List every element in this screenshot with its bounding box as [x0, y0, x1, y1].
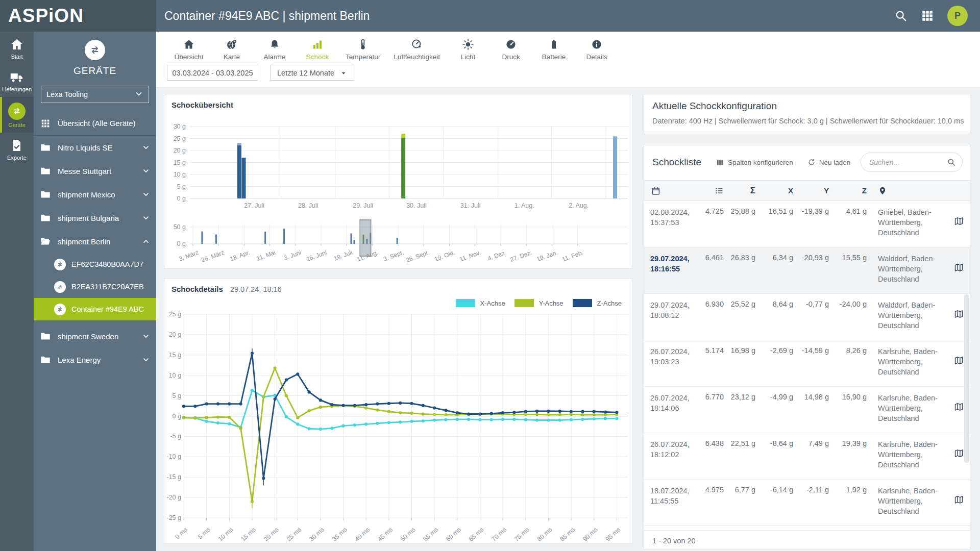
timeline-selection-window[interactable]	[360, 220, 371, 256]
shock-row-5[interactable]: 26.07.2024,18:12:026.43822,51 g-8,64 g7,…	[644, 433, 970, 480]
tab-details[interactable]: Details	[575, 32, 618, 69]
show-on-map-button[interactable]	[947, 486, 970, 525]
apps-grid-icon[interactable]	[921, 9, 934, 22]
grid9-icon	[921, 9, 934, 22]
caret-down-icon	[339, 69, 348, 77]
shock-row-3[interactable]: 26.07.2024,19:03:235.17416,98 g-2,69 g-1…	[644, 340, 970, 387]
shock-y: 14,98 g	[797, 393, 833, 433]
svg-text:25 ms: 25 ms	[285, 526, 303, 543]
shock-z: 8,26 g	[833, 346, 871, 386]
shock-duration: 6.438	[703, 439, 728, 479]
column-label: X	[788, 186, 793, 195]
rail-item-start[interactable]: Start	[0, 32, 34, 64]
tab-temperatur[interactable]: Temperatur	[339, 32, 387, 69]
shock-x: 8,64 g	[760, 300, 797, 340]
folder-open-icon	[40, 236, 51, 247]
sidebar-folder-5[interactable]: shipment Sweden	[34, 324, 156, 348]
shock-row-4[interactable]: 26.07.2024,18:14:066.77023,12 g-4,99 g14…	[644, 387, 970, 433]
avatar[interactable]: P	[947, 6, 968, 26]
shock-x: -4,99 g	[760, 393, 797, 433]
tab-label: Luftfeuchtigkeit	[394, 53, 440, 61]
device-group-select[interactable]: Lexa Tooling	[41, 86, 149, 103]
shock-row-1[interactable]: 29.07.2024,18:16:556.46126,83 g6,34 g-20…	[644, 247, 970, 294]
shock-z: 1,92 g	[833, 486, 871, 525]
show-on-map-button[interactable]	[947, 254, 970, 293]
svg-text:30 g: 30 g	[174, 123, 186, 130]
sidebar-item-overview[interactable]: Übersicht (Alle Geräte)	[34, 111, 156, 136]
tab-licht[interactable]: Licht	[447, 32, 489, 69]
folder-label: Lexa Energy	[58, 356, 101, 364]
rail-item-geraete[interactable]: Geräte	[0, 97, 34, 133]
column-header-3[interactable]: X	[760, 186, 797, 195]
shock-row-0[interactable]: 02.08.2024,15:37:534.72525,88 g16,51 g-1…	[644, 201, 970, 247]
chevron-down-icon	[142, 356, 150, 364]
shock-location: Karlsruhe, Baden-Württemberg, Deutschlan…	[871, 393, 947, 433]
tab-label: Übersicht	[174, 53, 203, 61]
shock-row-2[interactable]: 29.07.2024,18:08:126.93025,52 g8,64 g-0,…	[644, 294, 970, 340]
date-range-input[interactable]: 03.03.2024 - 03.03.2025	[167, 65, 258, 81]
shock-duration: 4.725	[703, 207, 728, 247]
sidebar-folder-0[interactable]: Nitro Liquids SE	[34, 136, 156, 159]
svg-text:40 ms: 40 ms	[354, 526, 372, 543]
sidebar-folder-6[interactable]: Lexa Energy	[34, 348, 156, 371]
svg-text:5 g: 5 g	[173, 392, 181, 399]
svg-text:50 g: 50 g	[174, 223, 186, 231]
chevron-down-icon	[142, 143, 150, 152]
search-icon[interactable]	[894, 9, 908, 22]
tab-druck[interactable]: Druck	[489, 32, 532, 69]
chevron-down-icon	[134, 89, 143, 100]
tab-batterie[interactable]: Batterie	[532, 32, 575, 69]
rail-item-label: Start	[11, 54, 22, 60]
shock-row-6[interactable]: 18.07.2024,11:45:554.9756,77 g-6,14 g-2,…	[644, 480, 970, 526]
svg-text:0 g: 0 g	[173, 413, 181, 420]
svg-text:25 g: 25 g	[174, 135, 186, 142]
svg-text:65 ms: 65 ms	[468, 526, 485, 543]
date-preset-value: Letzte 12 Monate	[277, 69, 334, 77]
tab-schock[interactable]: Schock	[296, 32, 339, 69]
show-on-map-button[interactable]	[947, 207, 970, 247]
shock-date: 18.07.2024,	[650, 486, 703, 496]
svg-text:50 ms: 50 ms	[399, 526, 417, 543]
sidebar-folder-2[interactable]: shipment Mexico	[34, 183, 156, 206]
date-preset-select[interactable]: Letzte 12 Monate	[271, 65, 354, 81]
transfer-icon	[11, 106, 22, 117]
column-header-6[interactable]	[871, 186, 947, 195]
column-header-1[interactable]	[703, 186, 728, 195]
pagination-status: 1 - 20 von 20	[644, 530, 970, 545]
sidebar-device-4-1[interactable]: B2EA311B7C20A7EB	[34, 276, 156, 298]
sidebar-folder-3[interactable]: shipment Bulgaria	[34, 206, 156, 230]
map-fold-icon	[954, 495, 964, 505]
scrollbar-thumb[interactable]	[964, 294, 969, 463]
svg-text:0 g: 0 g	[177, 240, 186, 247]
shock-time: 18:14:06	[650, 403, 703, 413]
sidebar-folder-4[interactable]: shipment Berlin	[34, 230, 156, 253]
svg-text:10 ms: 10 ms	[217, 526, 235, 543]
device-icon	[54, 304, 66, 315]
sidebar-device-4-0[interactable]: EF62C3480B0AA7D7	[34, 253, 156, 276]
tab-luftfeuchtigkeit[interactable]: Luftfeuchtigkeit	[387, 32, 447, 69]
column-header-0[interactable]	[650, 186, 703, 195]
shock-time: 18:12:02	[650, 449, 703, 460]
rail-item-lieferungen[interactable]: Lieferungen	[0, 64, 34, 97]
shock-location: Karlsruhe, Baden-Württemberg, Deutschlan…	[871, 439, 947, 479]
column-header-4[interactable]: Y	[797, 186, 833, 195]
svg-text:3. Sept.: 3. Sept.	[382, 249, 405, 263]
column-header-2[interactable]: Σ	[728, 186, 760, 196]
sidebar-folder-1[interactable]: Messe Stuttgart	[34, 159, 156, 183]
rail-item-exporte[interactable]: Exporte	[0, 133, 34, 165]
reload-button[interactable]: Neu laden	[807, 158, 851, 166]
tab-karte[interactable]: Karte	[210, 32, 253, 69]
column-header-5[interactable]: Z	[833, 186, 871, 195]
configure-columns-button[interactable]: Spalten konfigurieren	[716, 158, 793, 167]
sidebar-device-4-2[interactable]: Container #94E9 ABC	[34, 298, 156, 320]
transfer-icon	[56, 283, 64, 291]
search-input[interactable]	[869, 158, 946, 166]
tab-alarme[interactable]: Alarme	[253, 32, 296, 69]
svg-text:90 ms: 90 ms	[581, 526, 599, 543]
shock-location: Karlsruhe, Baden-Württemberg, Deutschlan…	[871, 486, 947, 525]
tab-uebersicht[interactable]: Übersicht	[167, 32, 210, 69]
shock-y: -19,39 g	[797, 207, 833, 247]
search-icon[interactable]	[947, 158, 956, 167]
config-title: Aktuelle Schockkonfiguration	[652, 101, 777, 112]
shock-z: -24,00 g	[833, 300, 871, 340]
